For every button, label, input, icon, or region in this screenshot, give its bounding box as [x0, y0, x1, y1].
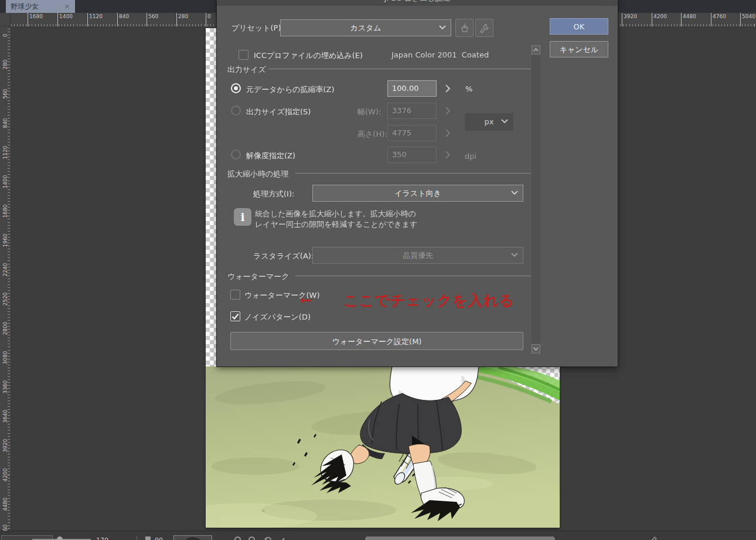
ruler-label: 3360	[1, 375, 10, 399]
rotate-reset-icon[interactable]	[264, 536, 272, 540]
red-annotation-text: ← ここでチェックを入れる	[300, 291, 515, 310]
canvas-tab[interactable]: 野球少女 ×	[6, 0, 75, 13]
preset-dropdown[interactable]: カスタム	[280, 19, 451, 36]
zoom-slider-knob[interactable]	[57, 536, 63, 540]
width-label: 幅(W):	[357, 107, 381, 117]
resolution-unit-label: dpi	[465, 152, 476, 161]
zoom-in-icon[interactable]	[248, 536, 255, 540]
resolution-radio[interactable]	[231, 150, 241, 159]
app-window: 野球少女 × 168014001120840560280039204200448…	[0, 0, 756, 540]
rasterize-label: ラスタライズ(A):	[253, 251, 314, 261]
preset-settings-button[interactable]	[475, 19, 493, 37]
ruler-label: 3640	[1, 405, 10, 428]
output-size-radio-label: 出力サイズ指定(S)	[246, 107, 311, 117]
ruler-label: 4200	[1, 463, 10, 487]
zoom-out-icon[interactable]	[234, 536, 241, 540]
tab-close-icon[interactable]: ×	[64, 0, 70, 13]
navigator-dial[interactable]	[173, 535, 212, 540]
group-divider	[295, 173, 531, 174]
navigator-disc	[181, 537, 205, 540]
chevron-down-icon	[511, 253, 518, 257]
status-divider	[137, 536, 137, 540]
ruler-label: 280	[176, 13, 188, 26]
group-divider	[295, 276, 531, 276]
ruler-label: 4480	[681, 13, 696, 26]
ruler-label: 1120	[1, 141, 10, 164]
info-line-2: レイヤー同士の隙間を軽減することができます	[255, 219, 417, 230]
chevron-down-icon	[533, 347, 539, 351]
dialog-close-icon[interactable]: ×	[604, 0, 612, 5]
width-slider-arrow-icon	[444, 107, 451, 115]
ruler-label: 1960	[1, 229, 10, 252]
scale-slider-arrow-icon[interactable]	[444, 84, 451, 93]
output-size-radio[interactable]	[231, 106, 241, 116]
ruler-label: 840	[1, 111, 10, 135]
jpeg-export-dialog: JPEG 書き出し設定 × プリセット(P): カスタム OK キャンセル	[217, 0, 618, 366]
fit-check-icon[interactable]	[278, 536, 285, 540]
icc-embed-checkbox[interactable]	[239, 50, 248, 60]
unit-dropdown[interactable]: px	[465, 113, 513, 131]
scaling-info-text: 統合した画像を拡大縮小します。拡大縮小時の レイヤー同士の隙間を軽減することがで…	[255, 209, 417, 230]
preset-label: プリセット(P):	[231, 23, 284, 33]
noise-pattern-checkbox[interactable]	[230, 311, 240, 321]
watermark-settings-button[interactable]: ウォーターマーク設定(M)	[230, 332, 523, 350]
chevron-down-icon	[439, 25, 446, 30]
rotation-slider-knob[interactable]	[145, 536, 151, 540]
width-input[interactable]: 3376	[387, 103, 437, 119]
zoom-value: 170	[96, 536, 108, 540]
group-divider	[268, 69, 531, 69]
ruler-label: 1680	[28, 13, 43, 26]
ruler-label: 3920	[622, 13, 637, 26]
register-preset-icon	[459, 23, 470, 33]
chevron-down-icon	[511, 191, 518, 195]
dialog-scroll-down[interactable]	[532, 344, 540, 354]
method-label: 処理方式(I):	[253, 189, 294, 199]
watermark-checkbox[interactable]	[230, 290, 240, 300]
info-icon: i	[234, 208, 251, 226]
ruler-label: 560	[147, 13, 158, 26]
register-preset-button[interactable]	[455, 19, 474, 37]
height-slider-arrow-icon	[444, 129, 451, 137]
preset-value: カスタム	[350, 23, 381, 32]
dialog-scrollbar-track[interactable]	[532, 55, 540, 344]
scale-input[interactable]: 100.00	[387, 80, 437, 97]
ruler-label: 3080	[1, 346, 10, 369]
ruler-label: 4760	[711, 13, 726, 26]
ruler-label: 840	[117, 13, 129, 26]
resolution-radio-label: 解像度指定(Z)	[246, 151, 295, 161]
ruler-label: 4480	[1, 493, 10, 516]
method-dropdown[interactable]: イラスト向き	[312, 185, 523, 202]
rasterize-dropdown[interactable]: 品質優先	[312, 247, 523, 264]
height-input[interactable]: 4775	[387, 125, 437, 141]
status-bar: 170 90	[0, 531, 756, 540]
method-value: イラスト向き	[394, 189, 441, 198]
ruler-label: 2800	[1, 317, 10, 340]
dialog-scroll-up[interactable]	[532, 45, 540, 55]
output-size-group-label: 出力サイズ	[227, 64, 266, 75]
info-line-1: 統合した画像を拡大縮小します。拡大縮小時の	[255, 209, 417, 219]
ruler-label: 560	[1, 82, 10, 106]
canvas-tab-title: 野球少女	[11, 2, 64, 12]
ruler-label: 2520	[1, 287, 10, 311]
chevron-up-icon	[533, 48, 539, 52]
scale-from-source-label: 元データからの拡縮率(Z)	[246, 84, 335, 95]
scale-unit-label: %	[465, 84, 472, 93]
chevron-down-icon	[501, 119, 508, 124]
ruler-label: 4200	[652, 13, 667, 26]
pen-status-icon	[649, 536, 658, 540]
resolution-input[interactable]: 350	[387, 147, 437, 163]
cancel-button[interactable]: キャンセル	[550, 41, 608, 57]
scale-from-source-radio[interactable]	[231, 83, 241, 93]
ruler-label: 0	[206, 13, 211, 26]
rasterize-value: 品質優先	[403, 251, 433, 260]
height-label: 高さ(H):	[357, 129, 387, 140]
horizontal-scrollbar[interactable]	[365, 536, 555, 540]
ok-button[interactable]: OK	[550, 18, 608, 35]
ruler-label: 1680	[1, 199, 10, 223]
icc-profile-value: Japan Color 2001 Coated	[391, 50, 489, 59]
ruler-label: 3920	[1, 434, 10, 457]
resolution-slider-arrow-icon	[444, 151, 451, 159]
ruler-label: 2240	[1, 258, 10, 281]
check-icon	[231, 312, 240, 321]
noise-pattern-label: ノイズパターン(D)	[244, 312, 311, 322]
